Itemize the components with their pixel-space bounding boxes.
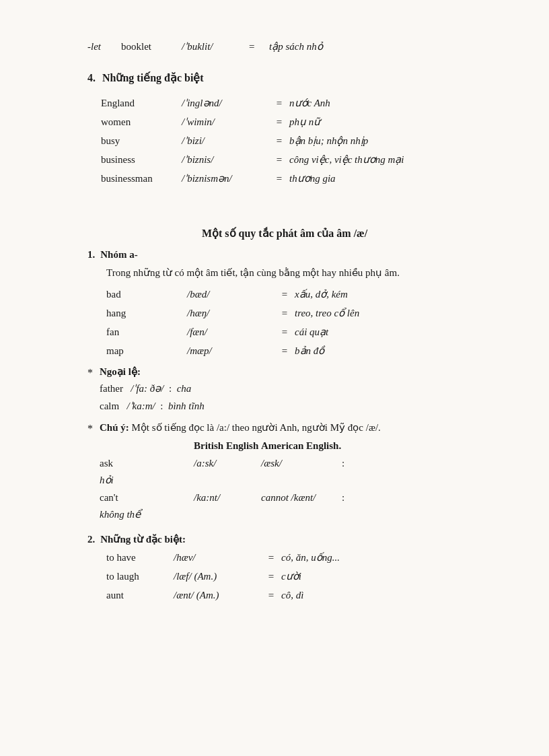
phonetic-father: /ˈfa: ðə/ [131,383,163,394]
brit-phonetic-cant: /ka:nt/ [194,489,261,507]
exception-title: Ngoại lệ: [100,366,482,378]
equals-england: = [269,95,289,111]
equals-bad: = [274,286,295,302]
word-tohave: to have [106,549,174,565]
prefix-equals: = [249,41,262,53]
group2-label: Những từ đặc biệt: [100,533,186,545]
word-tolaugh: to laugh [106,568,174,584]
prefix-label: -let [87,41,114,53]
phonetic-aunt: /ænt/ (Am.) [174,587,261,603]
word-row: to laugh /læf/ (Am.) = cười [106,568,482,584]
meaning-business: công việc, việc thương mại [289,151,482,168]
meaning-ask: hỏi [100,472,194,489]
equals-aunt: = [261,587,281,603]
meaning-tohave: có, ăn, uống... [281,549,482,565]
meaning-fan: cái quạt [295,324,482,340]
word-business: business [101,151,182,168]
group1-label: Nhóm a- [100,249,137,261]
ba-ask-row: ask /a:sk/ /æsk/ : hỏi [100,455,482,489]
meaning-businessman: thương gia [289,170,482,186]
phonetic-busy: /ˈbizi/ [182,133,269,149]
word-row: women /ˈwimin/ = phụ nữ [101,114,482,130]
exception-section: * Ngoại lệ: father /ˈfa: ðə/ : cha calm … [87,366,482,415]
meaning-bad: xấu, dở, kém [295,286,482,302]
ba-sep-cant: : [342,489,482,507]
word-row: bad /bæd/ = xấu, dở, kém [106,286,482,302]
note-content: Chú ý: Một số tiếng đọc là /a:/ theo ngư… [100,421,482,524]
prefix-word: booklet [121,41,175,53]
group1-number: 1. [87,249,95,261]
equals-business: = [269,151,289,168]
group2-heading: 2. Những từ đặc biệt: [87,533,482,545]
word-businessman: businessman [101,170,182,186]
meaning-hang: treo, treo cổ lên [295,305,482,321]
equals-hang: = [274,305,295,321]
equals-tolaugh: = [261,568,281,584]
page: -let booklet /ˈbuklit/ = tập sách nhỏ 4.… [0,0,549,756]
phonetic-women: /ˈwimin/ [182,114,269,130]
phonetic-business: /ˈbiznis/ [182,151,269,168]
equals-women: = [269,114,289,130]
equals-map: = [274,343,295,359]
section4-heading: 4. Những tiếng đặc biệt [87,71,482,84]
phonetic-businessman: /ˈbiznismən/ [182,170,269,186]
phonetic-hang: /hæŋ/ [187,305,274,321]
word-row: fan /fæn/ = cái quạt [106,324,482,340]
ba-header-row: British English American English. [100,438,482,455]
word-calm: calm [100,401,119,411]
word-row: busy /ˈbizi/ = bận bịu; nhộn nhịp [101,133,482,149]
british-label: British English [194,438,261,455]
am-phonetic-cant: cannot /kænt/ [261,489,342,507]
word-busy: busy [101,133,182,149]
american-label: American English. [261,438,342,455]
word-women: women [101,114,182,130]
word-row: business /ˈbiznis/ = công việc, việc thư… [101,151,482,168]
ba-sep-ask: : [342,455,482,473]
word-bad: bad [106,286,187,302]
exception-content: Ngoại lệ: father /ˈfa: ðə/ : cha calm /ˈ… [100,366,482,415]
meaning-england: nước Anh [289,95,482,111]
equals-busy: = [269,133,289,149]
word-map: map [106,343,187,359]
meaning-aunt: cô, dì [281,587,482,603]
meaning-cant: không thể [100,506,194,524]
exception-row-father: father /ˈfa: ðə/ : cha [100,380,482,398]
am-phonetic-ask: /æsk/ [261,455,342,473]
note-title: Chú ý: [100,422,129,433]
meaning-father: cha [177,383,192,394]
note-text: Một số tiếng đọc là /a:/ theo người Anh,… [132,422,381,433]
group1-description: Trong những từ có một âm tiết, tận cùng … [106,265,482,281]
exception-row-calm: calm /ˈka:m/ : bình tĩnh [100,398,482,415]
phonetic-fan: /fæn/ [187,324,274,340]
word-row: map /mæp/ = bản đồ [106,343,482,359]
word-father: father [100,383,123,394]
section4-number: 4. [87,72,96,84]
exception-star: * [87,367,93,379]
word-fan: fan [106,324,187,340]
equals-fan: = [274,324,295,340]
prefix-section: -let booklet /ˈbuklit/ = tập sách nhỏ [87,40,482,53]
note-star: * [87,423,93,435]
equals-businessman: = [269,170,289,186]
word-row: businessman /ˈbiznismən/ = thương gia [101,170,482,186]
meaning-women: phụ nữ [289,114,482,130]
note-section: * Chú ý: Một số tiếng đọc là /a:/ theo n… [87,421,482,524]
phonetic-map: /mæp/ [187,343,274,359]
ae-section-title: Một số quy tắc phát âm của âm /æ/ [87,227,482,240]
section4-title: Những tiếng đặc biệt [102,71,204,84]
phonetic-tolaugh: /læf/ (Am.) [174,568,261,584]
word-row: hang /hæŋ/ = treo, treo cổ lên [106,305,482,321]
ba-cant-row: can't /ka:nt/ cannot /kænt/ : không thể [100,489,482,524]
meaning-map: bản đồ [295,343,482,359]
phonetic-bad: /bæd/ [187,286,274,302]
word-row: aunt /ænt/ (Am.) = cô, dì [106,587,482,603]
equals-tohave: = [261,549,281,565]
phonetic-calm: /ˈka:m/ [126,401,155,411]
section4-words-table: England /ˈinglənd/ = nước Anh women /ˈwi… [101,95,482,186]
word-cant: can't [100,489,194,507]
meaning-busy: bận bịu; nhộn nhịp [289,133,482,149]
group2-words: to have /hæv/ = có, ăn, uống... to laugh… [106,549,482,603]
word-row: to have /hæv/ = có, ăn, uống... [106,549,482,565]
group1-words: bad /bæd/ = xấu, dở, kém hang /hæŋ/ = tr… [106,286,482,359]
meaning-calm: bình tĩnh [168,401,205,411]
